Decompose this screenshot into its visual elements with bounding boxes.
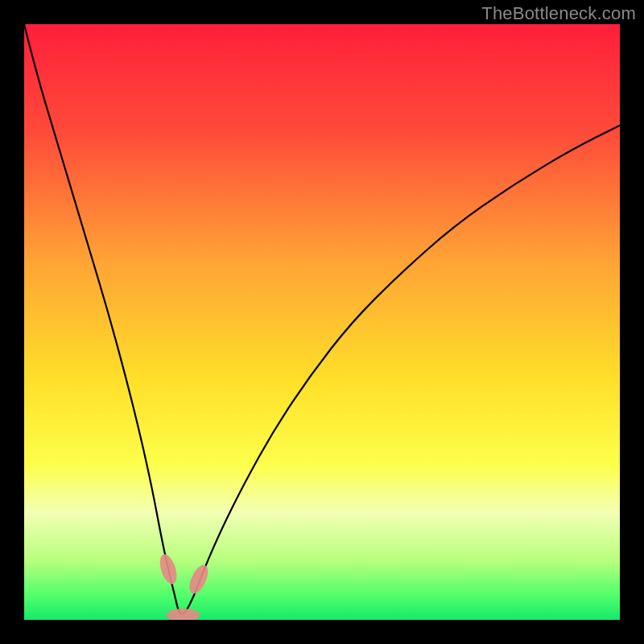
- plot-area: [24, 24, 620, 620]
- gradient-background: [24, 24, 620, 620]
- chart-svg: [24, 24, 620, 620]
- watermark-text: TheBottleneck.com: [481, 3, 636, 24]
- chart-frame: TheBottleneck.com: [0, 0, 644, 644]
